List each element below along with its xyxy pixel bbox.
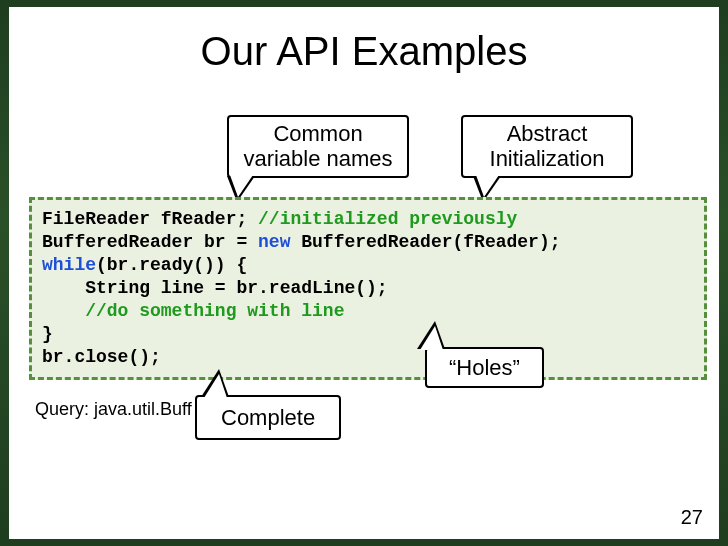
code-keyword: new	[258, 232, 290, 252]
code-comment: //do something with line	[42, 301, 344, 321]
code-comment: //initialized previously	[258, 209, 517, 229]
callout-common-line1: Common	[243, 121, 393, 146]
callout-holes: “Holes”	[425, 347, 544, 388]
code-text: (br.ready()) {	[96, 255, 247, 275]
callout-complete: Complete	[195, 395, 341, 440]
callout-tail	[417, 321, 445, 349]
slide: Our API Examples Common variable names A…	[9, 7, 719, 539]
code-text: FileReader fReader;	[42, 209, 258, 229]
slide-frame: Our API Examples Common variable names A…	[0, 0, 728, 546]
code-block: FileReader fReader; //initialized previo…	[29, 197, 707, 380]
callout-abstract-line2: Initialization	[477, 146, 617, 171]
callout-common: Common variable names	[227, 115, 409, 178]
callout-tail	[201, 369, 229, 397]
code-text: }	[42, 324, 53, 344]
code-text: BufferedReader br =	[42, 232, 258, 252]
query-text: Query: java.util.Buff	[35, 399, 192, 420]
code-keyword: while	[42, 255, 96, 275]
callout-abstract-line1: Abstract	[477, 121, 617, 146]
code-text: String line = br.readLine();	[42, 278, 388, 298]
callout-complete-text: Complete	[221, 405, 315, 430]
page-number: 27	[681, 506, 703, 529]
callout-holes-text: “Holes”	[449, 355, 520, 380]
code-text: br.close();	[42, 347, 161, 367]
code-text: BufferedReader(fReader);	[290, 232, 560, 252]
slide-title: Our API Examples	[9, 29, 719, 74]
callout-common-line2: variable names	[243, 146, 393, 171]
callout-abstract: Abstract Initialization	[461, 115, 633, 178]
